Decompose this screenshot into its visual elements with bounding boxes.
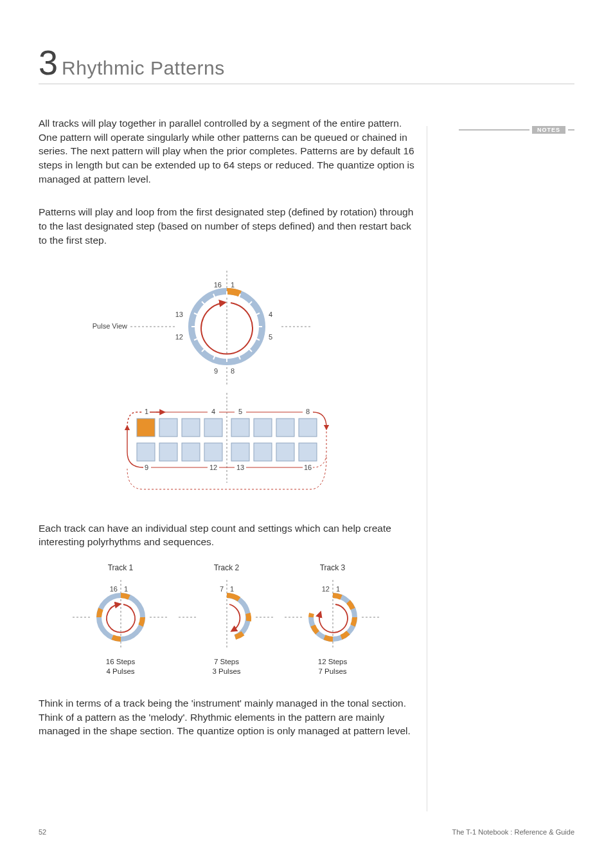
svg-rect-41 [231, 443, 249, 461]
svg-rect-31 [182, 419, 200, 437]
svg-rect-37 [137, 443, 155, 461]
paragraph-1: All tracks will play together in paralle… [39, 116, 414, 186]
svg-text:4: 4 [269, 311, 272, 318]
svg-text:12: 12 [175, 333, 182, 341]
svg-rect-34 [254, 419, 272, 437]
svg-text:1: 1 [231, 281, 235, 289]
paragraph-4: Think in terms of a track being the 'ins… [39, 696, 414, 738]
svg-text:13: 13 [175, 311, 182, 318]
svg-rect-30 [159, 419, 177, 437]
svg-text:13: 13 [236, 464, 244, 471]
svg-rect-32 [204, 419, 222, 437]
chapter-number: 3 [39, 45, 58, 80]
svg-rect-40 [204, 443, 222, 461]
svg-text:12: 12 [321, 585, 329, 593]
track-2: Track 2 7 1 7 Steps3 Pulses [179, 563, 275, 677]
svg-rect-38 [159, 443, 177, 461]
svg-text:1: 1 [144, 408, 148, 415]
svg-text:1: 1 [124, 585, 128, 593]
notes-tab: NOTES [459, 126, 574, 134]
svg-text:1: 1 [230, 585, 234, 593]
svg-text:4: 4 [211, 408, 215, 415]
svg-text:9: 9 [213, 367, 217, 375]
svg-rect-29 [137, 419, 155, 437]
track-3: Track 3 [285, 563, 381, 677]
page-number: 52 [39, 828, 46, 836]
step-grid-diagram: 1 4 5 8 9 12 13 16 [92, 393, 362, 502]
svg-rect-42 [254, 443, 272, 461]
svg-rect-35 [276, 419, 294, 437]
svg-text:16: 16 [109, 585, 117, 593]
svg-text:7: 7 [219, 585, 223, 593]
svg-text:1: 1 [336, 585, 340, 593]
svg-text:12: 12 [209, 464, 217, 471]
svg-text:16: 16 [213, 281, 221, 289]
page-footer: 52 The T-1 Notebook : Reference & Guide [39, 828, 574, 836]
svg-text:8: 8 [305, 408, 309, 415]
doc-title: The T-1 Notebook : Reference & Guide [452, 828, 574, 836]
svg-rect-43 [276, 443, 294, 461]
svg-rect-36 [299, 419, 317, 437]
paragraph-3: Each track can have an individual step c… [39, 521, 414, 549]
track-1: Track 1 16 1 1 [73, 563, 169, 677]
svg-rect-33 [231, 419, 249, 437]
chapter-title: Rhythmic Patterns [62, 57, 225, 79]
svg-rect-44 [299, 443, 317, 461]
vertical-separator [427, 126, 427, 811]
svg-rect-39 [182, 443, 200, 461]
svg-text:5: 5 [238, 408, 242, 415]
tracks-diagram: Track 1 16 1 1 [39, 563, 414, 677]
svg-text:5: 5 [269, 333, 272, 341]
chapter-heading: 3 Rhythmic Patterns [39, 45, 574, 84]
svg-text:8: 8 [231, 367, 235, 375]
paragraph-2: Patterns will play and loop from the fir… [39, 205, 414, 247]
pulse-view-diagram: Pulse View [39, 264, 414, 502]
notes-label: NOTES [532, 126, 565, 134]
svg-text:16: 16 [303, 464, 311, 471]
svg-text:9: 9 [144, 464, 148, 471]
pulse-view-label: Pulse View [92, 322, 127, 330]
